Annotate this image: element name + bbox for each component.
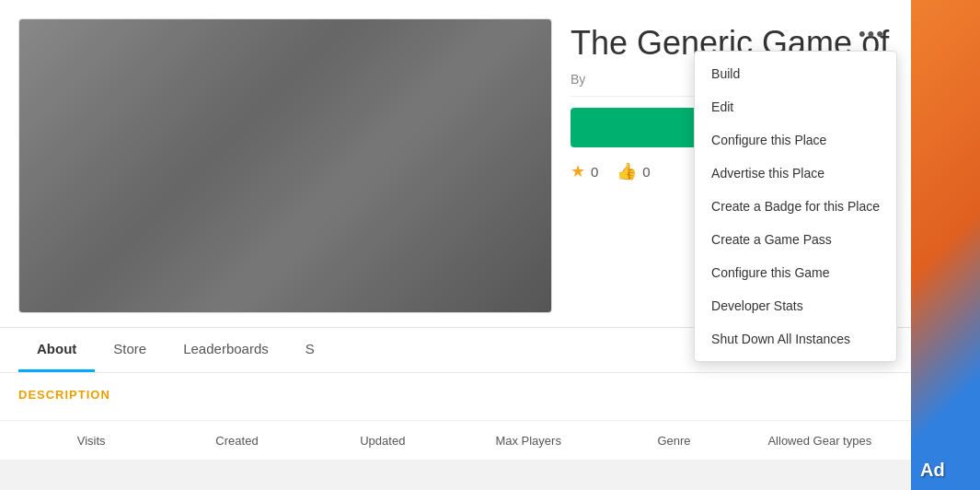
stat-max-players: Max Players <box>455 432 601 449</box>
context-menu-item-create-badge[interactable]: Create a Badge for this Place <box>695 190 896 223</box>
stat-created: Created <box>164 432 309 449</box>
star-vote: ★ 0 <box>571 161 598 181</box>
context-menu-item-configure-place[interactable]: Configure this Place <box>695 123 896 157</box>
stat-visits: Visits <box>18 432 164 449</box>
stat-genre-label: Genre <box>657 434 690 448</box>
thumbs-up-icon: 👍 <box>617 161 637 181</box>
stat-updated-label: Updated <box>360 434 405 448</box>
star-icon: ★ <box>571 161 585 181</box>
stat-max-players-label: Max Players <box>495 434 561 448</box>
context-menu-item-advertise-place[interactable]: Advertise this Place <box>695 157 896 190</box>
description-section: DESCRIPTION <box>0 372 911 420</box>
ad-panel: Ad <box>911 0 980 490</box>
context-menu-item-build[interactable]: Build <box>695 57 896 90</box>
thumb-count: 0 <box>642 164 650 180</box>
thumb-vote: 👍 0 <box>617 161 650 181</box>
stats-row: Visits Created Updated Max Players Genre… <box>0 420 911 460</box>
tab-store[interactable]: Store <box>95 328 165 372</box>
tab-about[interactable]: About <box>18 328 95 372</box>
context-menu-item-configure-game[interactable]: Configure this Game <box>695 256 896 289</box>
tab-s[interactable]: S <box>287 328 333 372</box>
context-menu-item-shut-down[interactable]: Shut Down All Instances <box>695 322 896 356</box>
right-panel: Ad <box>911 0 980 490</box>
tab-leaderboards[interactable]: Leaderboards <box>165 328 287 372</box>
game-thumbnail <box>18 18 552 313</box>
context-menu-item-create-gamepass[interactable]: Create a Game Pass <box>695 223 896 256</box>
description-label: DESCRIPTION <box>18 388 893 402</box>
stat-gear-types-label: Allowed Gear types <box>767 434 871 448</box>
stat-created-label: Created <box>215 434 258 448</box>
context-menu-item-developer-stats[interactable]: Developer Stats <box>695 289 896 322</box>
three-dots-button[interactable]: ••• <box>851 18 893 50</box>
context-menu: Build Edit Configure this Place Advertis… <box>694 51 897 362</box>
stat-updated: Updated <box>310 432 455 449</box>
stat-gear-types: Allowed Gear types <box>747 432 893 449</box>
ad-text: Ad <box>920 460 945 481</box>
stat-genre: Genre <box>601 432 746 449</box>
star-count: 0 <box>591 164 598 180</box>
context-menu-item-edit[interactable]: Edit <box>695 90 896 123</box>
stat-visits-label: Visits <box>77 434 106 448</box>
